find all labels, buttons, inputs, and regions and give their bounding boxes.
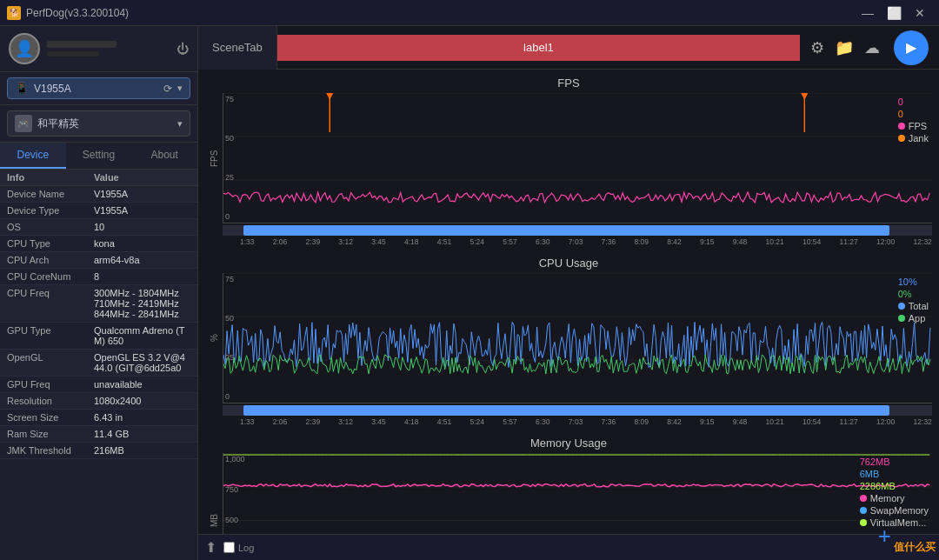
settings-icon[interactable]: ⚙ — [810, 38, 824, 57]
nav-up-icon[interactable]: ⬆ — [205, 539, 216, 556]
row-key: OS — [7, 222, 94, 232]
tab-device[interactable]: Device — [0, 143, 66, 169]
power-icon[interactable]: ⏻ — [176, 42, 189, 56]
app-dropdown-arrow[interactable]: ▾ — [177, 118, 183, 130]
chart-title-1: CPU Usage — [205, 257, 932, 270]
table-row: GPU TypeQualcomm Adreno (TM) 650 — [0, 323, 197, 350]
x-label: 3:45 — [371, 417, 386, 426]
x-label: 3:12 — [338, 237, 353, 246]
legend-item-0-1: 0 — [898, 109, 929, 119]
row-key: CPU Type — [7, 238, 94, 249]
x-label: 9:15 — [700, 237, 715, 246]
row-value: kona — [94, 238, 190, 249]
y-tick: 50 — [225, 314, 246, 323]
log-checkbox[interactable]: Log — [223, 542, 254, 553]
scene-tab-button[interactable]: SceneTab — [198, 26, 277, 70]
row-value: 216MB — [94, 445, 190, 456]
y-tick: 500 — [225, 516, 246, 524]
legend-value: 0 — [898, 109, 903, 119]
x-label: 5:24 — [470, 417, 484, 426]
chart-inner-2: 762MB 6MB 2286MB Memo — [223, 453, 932, 534]
row-value: 11.4 GB — [94, 429, 190, 439]
tab-about[interactable]: About — [131, 143, 197, 169]
legend-dot — [860, 519, 867, 526]
row-key: Ram Size — [7, 429, 94, 439]
x-axis-labels: 1:332:062:393:123:454:184:515:245:576:30… — [223, 417, 932, 430]
row-key: Screen Size — [7, 412, 94, 423]
row-value: unavailable — [94, 379, 190, 390]
x-label: 9:48 — [733, 237, 748, 246]
x-label: 11:27 — [840, 417, 858, 426]
x-label: 10:54 — [802, 417, 821, 426]
x-label: 5:57 — [503, 417, 517, 426]
profile-info — [47, 41, 170, 57]
y-tick: 25 — [225, 173, 246, 182]
chart-title-2: Memory Usage — [205, 437, 932, 450]
device-dropdown-arrow[interactable]: ▾ — [177, 83, 183, 94]
x-label: 10:21 — [766, 417, 784, 426]
profile-sub — [47, 51, 99, 57]
y-ticks: 7550250 — [223, 273, 248, 403]
row-value: OpenGL ES 3.2 V@444.0 (GIT@6dd25a0 — [94, 352, 190, 373]
table-row: Resolution1080x2400 — [0, 393, 197, 410]
legend-dot — [860, 507, 867, 514]
chart-panel-1: CPU Usage % 10% 0% — [198, 250, 939, 430]
y-tick: 0 — [225, 392, 246, 401]
chart-legend-2: 762MB 6MB 2286MB Memo — [860, 457, 929, 528]
row-value: 8 — [94, 271, 190, 282]
log-checkbox-input[interactable] — [223, 542, 235, 553]
folder-icon[interactable]: 📁 — [835, 38, 854, 57]
x-label: 8:42 — [667, 237, 682, 246]
x-label: 5:57 — [503, 237, 517, 246]
chart-scrollbar-1[interactable] — [223, 405, 932, 416]
scroll-thumb[interactable] — [243, 225, 889, 236]
row-key: Resolution — [7, 396, 94, 406]
legend-item-0-0: 0 — [898, 97, 929, 107]
cloud-icon[interactable]: ☁ — [864, 38, 880, 57]
legend-label-item-1-0: Total — [898, 301, 929, 311]
tab-setting[interactable]: Setting — [66, 143, 132, 169]
x-label: 9:15 — [700, 417, 715, 426]
y-ticks: 1,0007505002500 — [223, 453, 248, 534]
table-row: OpenGLOpenGL ES 3.2 V@444.0 (GIT@6dd25a0 — [0, 350, 197, 377]
x-label: 7:36 — [602, 417, 616, 426]
x-label: 12:32 — [914, 417, 932, 426]
legend-dot — [898, 303, 905, 310]
x-axis-0: 1:332:062:393:123:454:184:515:245:576:30… — [223, 225, 932, 250]
app-game-icon: 🎮 — [15, 115, 32, 132]
legend-value: 6MB — [860, 469, 880, 479]
x-axis-1: 1:332:062:393:123:454:184:515:245:576:30… — [223, 405, 932, 430]
add-button[interactable]: + — [878, 523, 891, 550]
close-button[interactable]: ✕ — [908, 3, 932, 23]
profile-name — [47, 41, 117, 48]
chart-scrollbar-0[interactable] — [223, 225, 932, 236]
label-bar: label1 — [277, 35, 800, 61]
play-button[interactable]: ▶ — [894, 30, 929, 65]
log-label: Log — [238, 543, 254, 553]
legend-label-item-2-2: VirtualMem... — [860, 517, 929, 528]
chart-title-0: FPS — [205, 77, 932, 90]
x-label: 8:09 — [634, 417, 649, 426]
titlebar-controls[interactable]: — ⬜ ✕ — [856, 3, 932, 23]
col-info: Info — [7, 172, 94, 183]
row-value: 10 — [94, 222, 190, 232]
app-selector: 🎮 和平精英 ▾ — [0, 105, 197, 143]
minimize-button[interactable]: — — [856, 3, 880, 23]
x-label: 4:18 — [404, 237, 419, 246]
device-pill[interactable]: 📱 V1955A ⟳ ▾ — [7, 77, 190, 99]
x-label: 10:21 — [766, 237, 784, 246]
table-row: JMK Threshold216MB — [0, 443, 197, 459]
maximize-button[interactable]: ⬜ — [882, 3, 906, 23]
device-name: V1955A — [34, 83, 158, 95]
chart-y-label-0: FPS — [205, 93, 223, 223]
legend-label: App — [909, 313, 926, 323]
row-value: 6.43 in — [94, 412, 190, 423]
legend-value: 0% — [898, 289, 912, 299]
scroll-thumb[interactable] — [243, 405, 889, 416]
row-value: 300MHz - 1804MHz710MHz - 2419MHz844MHz -… — [94, 288, 190, 319]
x-label: 11:27 — [840, 237, 858, 246]
refresh-icon[interactable]: ⟳ — [163, 83, 172, 95]
y-tick: 75 — [225, 95, 246, 103]
legend-label: SwapMemory — [870, 505, 929, 516]
app-pill[interactable]: 🎮 和平精英 ▾ — [7, 110, 190, 137]
